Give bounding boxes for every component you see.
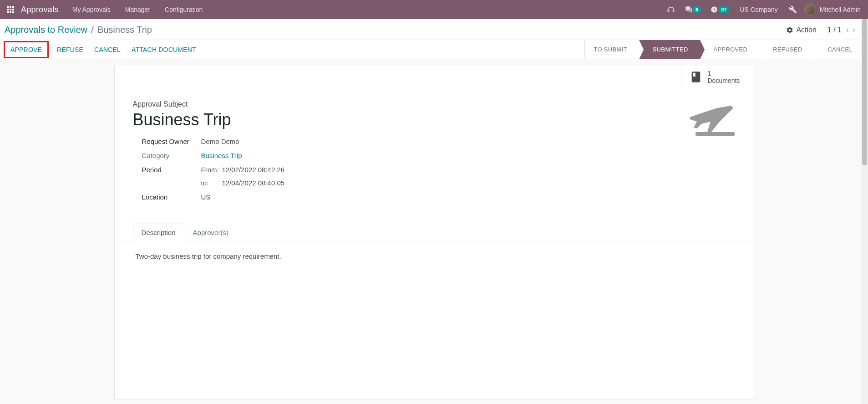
action-bar-right: TO SUBMIT SUBMITTED APPROVED REFUSED CAN… [584, 40, 864, 59]
action-dropdown[interactable]: Action [786, 26, 816, 34]
app-title[interactable]: Approvals [19, 5, 64, 15]
status-approved[interactable]: APPROVED [700, 40, 760, 59]
description-content: Two-day business trip for company requir… [115, 241, 754, 271]
breadcrumb-separator: / [91, 25, 94, 35]
debug-icon[interactable] [786, 0, 800, 19]
period-to-value: 12/04/2022 08:40:05 [222, 179, 285, 187]
status-cancel[interactable]: CANCEL [814, 40, 864, 59]
status-to-submit[interactable]: TO SUBMIT [585, 40, 639, 59]
svg-rect-2 [12, 6, 14, 8]
svg-rect-1 [10, 6, 11, 8]
tab-approvers[interactable]: Approver(s) [184, 224, 237, 241]
highlight-box: APPROVE [4, 41, 49, 58]
owner-label: Request Owner [142, 138, 201, 145]
period-label: Period [142, 166, 201, 174]
attach-document-button[interactable]: ATTACH DOCUMENT [126, 42, 202, 57]
user-name-label: Mitchell Admin [820, 6, 861, 13]
sheet-body: Approval Subject Business Trip Request O… [115, 89, 754, 218]
pager: 1 / 1 ‹ › [827, 25, 855, 35]
status-submitted[interactable]: SUBMITTED [639, 40, 700, 59]
headset-icon[interactable] [664, 0, 678, 19]
svg-rect-0 [7, 6, 9, 8]
breadcrumb-parent[interactable]: Approvals to Review [5, 25, 87, 35]
documents-stat-button[interactable]: 1 Documents [681, 65, 754, 89]
company-selector[interactable]: US Company [736, 6, 781, 13]
location-label: Location [142, 193, 201, 201]
svg-rect-8 [12, 11, 14, 13]
refuse-button[interactable]: REFUSE [51, 42, 89, 57]
form-container: 1 Documents Approval Subject Business Tr… [0, 59, 868, 399]
gear-icon [786, 26, 793, 34]
status-refused[interactable]: REFUSED [759, 40, 814, 59]
svg-rect-5 [12, 9, 14, 10]
owner-value: Demo Demo [201, 138, 239, 145]
approve-button[interactable]: APPROVE [5, 42, 47, 57]
cancel-button[interactable]: CANCEL [89, 42, 126, 57]
location-value: US [201, 193, 211, 201]
activities-badge: 37 [719, 6, 729, 13]
nav-left: Approvals My Approvals Manager Configura… [4, 0, 209, 19]
scrollbar[interactable] [861, 19, 868, 399]
discuss-badge: 6 [693, 6, 700, 13]
period-from-value: 12/02/2022 08:42:26 [222, 166, 285, 174]
documents-label: Documents [708, 77, 740, 84]
nav-right: 6 37 US Company Mitchell Admin [664, 0, 864, 19]
owner-row: Request Owner Demo Demo [133, 138, 736, 145]
nav-manager[interactable]: Manager [119, 0, 157, 19]
tabs: Description Approver(s) [115, 224, 754, 241]
activities-icon[interactable]: 37 [708, 0, 731, 19]
user-menu[interactable]: Mitchell Admin [804, 4, 861, 15]
nav-configuration[interactable]: Configuration [158, 0, 209, 19]
stat-bar: 1 Documents [115, 65, 754, 89]
pager-prev[interactable]: ‹ [846, 25, 849, 35]
svg-rect-3 [7, 9, 9, 10]
subject-label: Approval Subject [133, 100, 736, 108]
svg-rect-10 [695, 132, 735, 136]
form-sheet: 1 Documents Approval Subject Business Tr… [114, 65, 754, 399]
category-label: Category [142, 152, 201, 159]
category-row: Category Business Trip [133, 152, 736, 159]
action-bar: APPROVE REFUSE CANCEL ATTACH DOCUMENT TO… [0, 40, 868, 59]
svg-rect-6 [7, 11, 9, 13]
location-row: Location US [133, 193, 736, 201]
scrollbar-thumb[interactable] [862, 19, 867, 165]
nav-my-approvals[interactable]: My Approvals [66, 0, 117, 19]
subject-value: Business Trip [133, 110, 736, 129]
user-avatar [804, 4, 816, 15]
top-navbar: Approvals My Approvals Manager Configura… [0, 0, 868, 19]
breadcrumb-current: Business Trip [97, 25, 152, 35]
action-bar-left: APPROVE REFUSE CANCEL ATTACH DOCUMENT [4, 41, 202, 58]
control-right: Action 1 / 1 ‹ › [786, 25, 863, 35]
control-panel: Approvals to Review / Business Trip Acti… [0, 19, 868, 40]
period-row: Period From: 12/02/2022 08:42:26 to: 12/… [133, 166, 736, 187]
apps-grid-icon[interactable] [4, 3, 17, 16]
pager-text: 1 / 1 [827, 26, 842, 34]
documents-count: 1 [708, 70, 740, 77]
airplane-icon [685, 101, 736, 139]
svg-rect-4 [10, 9, 11, 10]
category-value[interactable]: Business Trip [201, 152, 242, 159]
breadcrumb: Approvals to Review / Business Trip [5, 25, 152, 35]
period-from-prefix: From: [201, 166, 218, 174]
action-label: Action [796, 26, 816, 34]
svg-rect-7 [10, 11, 11, 13]
pager-next[interactable]: › [853, 25, 855, 35]
tab-description[interactable]: Description [133, 224, 184, 241]
book-icon [690, 71, 702, 83]
status-bar: TO SUBMIT SUBMITTED APPROVED REFUSED CAN… [584, 40, 864, 59]
period-to-prefix: to: [201, 179, 218, 187]
discuss-icon[interactable]: 6 [682, 0, 703, 19]
